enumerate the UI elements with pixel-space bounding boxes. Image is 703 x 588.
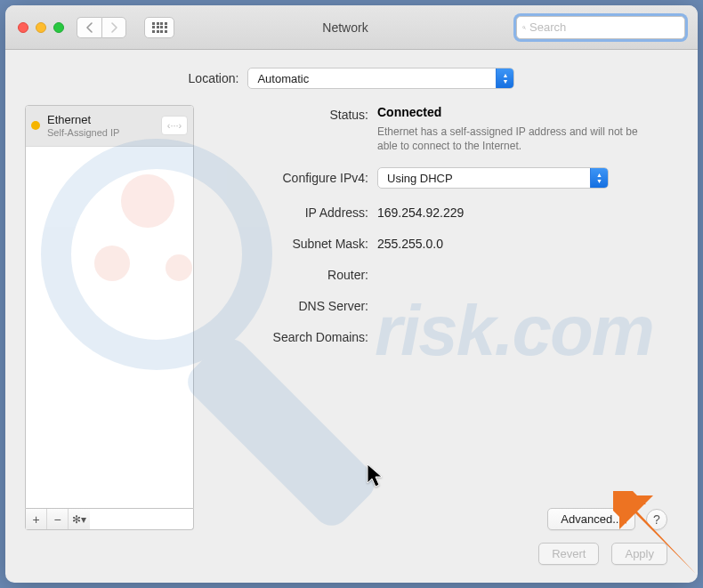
- subnet-value: 255.255.0.0: [377, 234, 680, 251]
- nav-buttons: [77, 17, 126, 38]
- router-label: Router:: [208, 265, 368, 282]
- dns-label: DNS Server:: [208, 296, 368, 313]
- svg-line-1: [525, 28, 526, 28]
- window-title: Network: [183, 20, 507, 35]
- search-field[interactable]: [516, 16, 685, 39]
- search-domains-label: Search Domains:: [208, 327, 368, 344]
- sidebar-toolbar: + − ✻▾: [25, 509, 194, 530]
- configure-ipv4-value: Using DHCP: [378, 172, 590, 185]
- sidebar-item-subtitle: Self-Assigned IP: [47, 127, 154, 139]
- ethernet-icon: ‹···›: [161, 116, 188, 135]
- zoom-button[interactable]: [53, 22, 64, 33]
- action-menu-button[interactable]: ✻▾: [69, 509, 90, 529]
- advanced-button[interactable]: Advanced...: [547, 508, 635, 530]
- minimize-button[interactable]: [36, 22, 46, 33]
- services-list[interactable]: Ethernet Self-Assigned IP ‹···›: [25, 105, 194, 509]
- add-service-button[interactable]: +: [26, 509, 47, 529]
- revert-button[interactable]: Revert: [538, 543, 599, 565]
- status-value: Connected: [377, 105, 680, 119]
- sidebar-item-ethernet[interactable]: Ethernet Self-Assigned IP ‹···›: [26, 106, 193, 147]
- services-sidebar: Ethernet Self-Assigned IP ‹···› + − ✻▾: [25, 105, 194, 530]
- location-select[interactable]: Automatic ▲▼: [247, 68, 514, 89]
- close-button[interactable]: [18, 22, 28, 33]
- mouse-cursor-icon: [366, 463, 385, 492]
- ip-value: 169.254.92.229: [377, 203, 680, 220]
- location-row: Location: Automatic ▲▼: [5, 50, 698, 105]
- footer-buttons: Revert Apply: [538, 543, 667, 565]
- help-button[interactable]: ?: [646, 509, 667, 530]
- network-prefpane-window: risk.com Network Location: Automatic: [5, 5, 698, 583]
- content-area: Ethernet Self-Assigned IP ‹···› + − ✻▾ S…: [5, 105, 698, 530]
- forward-button[interactable]: [101, 17, 126, 38]
- status-block: Connected Ethernet has a self-assigned I…: [377, 105, 680, 153]
- remove-service-button[interactable]: −: [47, 509, 69, 529]
- configure-ipv4-select[interactable]: Using DHCP ▲▼: [377, 167, 609, 189]
- configure-label: Configure IPv4:: [208, 167, 368, 185]
- location-select-value: Automatic: [248, 72, 496, 85]
- status-description: Ethernet has a self-assigned IP address …: [377, 125, 644, 153]
- show-all-button[interactable]: [144, 17, 174, 38]
- select-stepper-icon: ▲▼: [496, 68, 513, 88]
- select-stepper-icon: ▲▼: [590, 168, 608, 188]
- location-label: Location:: [189, 71, 239, 85]
- status-label: Status:: [208, 105, 368, 122]
- main-pane: Status: Connected Ethernet has a self-as…: [208, 105, 680, 530]
- search-input[interactable]: [529, 20, 679, 34]
- dns-value: [377, 296, 680, 299]
- search-domains-value: [377, 327, 680, 330]
- titlebar: Network: [5, 5, 698, 50]
- apply-button[interactable]: Apply: [611, 543, 667, 565]
- search-icon: [522, 21, 526, 34]
- traffic-lights: [18, 22, 64, 33]
- ip-label: IP Address:: [208, 203, 368, 220]
- back-button[interactable]: [77, 17, 101, 38]
- subnet-label: Subnet Mask:: [208, 234, 368, 251]
- router-value: [377, 265, 680, 268]
- status-dot-icon: [31, 121, 40, 130]
- sidebar-item-name: Ethernet: [47, 113, 154, 127]
